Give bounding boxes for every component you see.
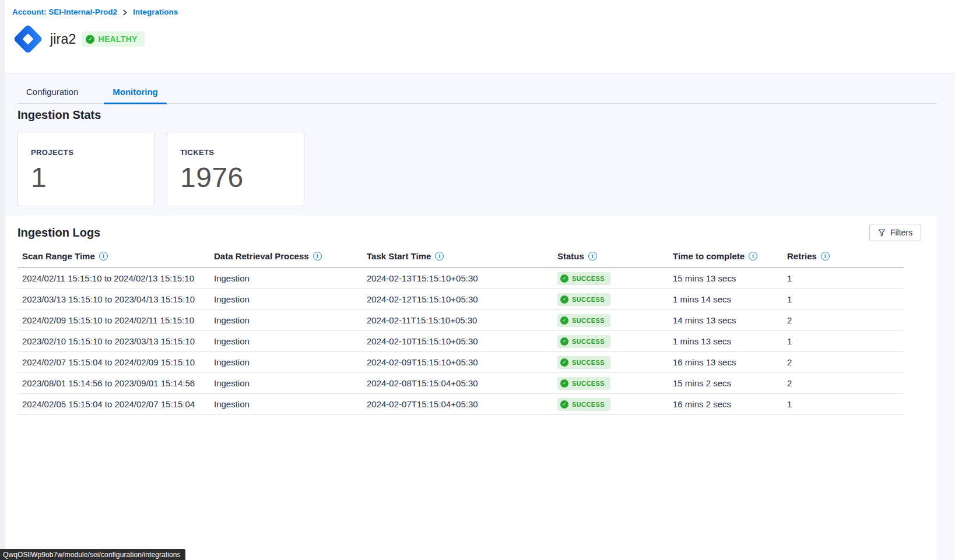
cell-scan-range: 2023/08/01 15:14:56 to 2023/09/01 15:14:… bbox=[22, 378, 214, 388]
column-header-process: Data Retrieval Processi bbox=[214, 251, 367, 261]
breadcrumb-account-link[interactable]: Account: SEI-Internal-Prod2 bbox=[12, 8, 117, 16]
cell-time-to-complete: 16 mins 13 secs bbox=[673, 357, 787, 367]
ingestion-logs-table: Scan Range Timei Data Retrieval Processi… bbox=[17, 245, 904, 415]
cell-retries: 2 bbox=[787, 357, 904, 367]
cell-task-start: 2024-02-07T15:15:04+05:30 bbox=[367, 399, 557, 409]
tab-bar: Configuration Monitoring bbox=[17, 80, 937, 104]
cell-process: Ingestion bbox=[214, 273, 367, 283]
cell-process: Ingestion bbox=[214, 378, 367, 388]
cell-status: ✓ SUCCESS bbox=[557, 334, 673, 348]
cell-retries: 2 bbox=[787, 315, 904, 325]
cell-scan-range: 2024/02/05 15:15:04 to 2024/02/07 15:15:… bbox=[22, 399, 214, 409]
integration-title-row: jira2 ✓ HEALTHY bbox=[12, 23, 145, 55]
cell-task-start: 2024-02-08T15:15:04+05:30 bbox=[367, 378, 557, 388]
link-status-tooltip: QwqOSllWp9ob7w/module/sei/configuration/… bbox=[0, 549, 185, 560]
cell-time-to-complete: 1 mins 14 secs bbox=[673, 294, 787, 304]
info-icon[interactable]: i bbox=[821, 252, 830, 260]
ingestion-stats-title: Ingestion Stats bbox=[17, 108, 101, 122]
tab-configuration[interactable]: Configuration bbox=[17, 80, 87, 103]
info-icon[interactable]: i bbox=[99, 252, 108, 260]
health-badge-label: HEALTHY bbox=[98, 34, 137, 44]
cell-task-start: 2024-02-10T15:15:10+05:30 bbox=[367, 336, 557, 346]
cell-task-start: 2024-02-12T15:15:10+05:30 bbox=[367, 294, 557, 304]
nav-edge bbox=[0, 0, 5, 560]
info-icon[interactable]: i bbox=[313, 252, 322, 260]
page-header: Account: SEI-Internal-Prod2 Integrations bbox=[0, 0, 955, 73]
page-title: jira2 bbox=[50, 31, 76, 47]
ingestion-logs-panel: Ingestion Logs Filters Scan Range Timei … bbox=[6, 216, 937, 560]
stat-card-tickets: TICKETS 1976 bbox=[167, 132, 304, 206]
info-icon[interactable]: i bbox=[588, 252, 597, 260]
cell-time-to-complete: 14 mins 13 secs bbox=[673, 315, 787, 325]
cell-process: Ingestion bbox=[214, 399, 367, 409]
cell-retries: 1 bbox=[787, 273, 904, 283]
filters-button-label: Filters bbox=[890, 228, 912, 237]
cell-retries: 1 bbox=[787, 294, 904, 304]
cell-status: ✓ SUCCESS bbox=[557, 272, 673, 285]
table-row[interactable]: 2023/02/10 15:15:10 to 2023/03/13 15:15:… bbox=[17, 331, 904, 352]
check-circle-icon: ✓ bbox=[560, 295, 568, 304]
column-header-status: Statusi bbox=[557, 251, 673, 261]
cell-status: ✓ SUCCESS bbox=[557, 376, 673, 390]
cell-retries: 2 bbox=[787, 378, 904, 388]
chevron-right-icon bbox=[122, 9, 128, 16]
status-badge: ✓ SUCCESS bbox=[557, 272, 610, 285]
breadcrumb: Account: SEI-Internal-Prod2 Integrations bbox=[12, 8, 178, 16]
cell-status: ✓ SUCCESS bbox=[557, 314, 673, 327]
cell-process: Ingestion bbox=[214, 294, 367, 304]
cell-process: Ingestion bbox=[214, 357, 367, 367]
cell-retries: 1 bbox=[787, 399, 904, 409]
cell-time-to-complete: 16 mins 2 secs bbox=[673, 399, 787, 409]
check-circle-icon: ✓ bbox=[560, 379, 568, 388]
table-header-row: Scan Range Timei Data Retrieval Processi… bbox=[17, 245, 904, 268]
stat-label: TICKETS bbox=[180, 148, 291, 157]
cell-scan-range: 2024/02/07 15:15:04 to 2024/02/09 15:15:… bbox=[22, 357, 214, 367]
table-row[interactable]: 2024/02/09 15:15:10 to 2024/02/11 15:15:… bbox=[17, 310, 904, 331]
cell-retries: 1 bbox=[787, 336, 904, 346]
cell-status: ✓ SUCCESS bbox=[557, 397, 673, 411]
column-header-retries: Retriesi bbox=[787, 251, 904, 261]
status-badge: ✓ SUCCESS bbox=[557, 377, 610, 390]
status-badge: ✓ SUCCESS bbox=[557, 398, 610, 411]
check-circle-icon: ✓ bbox=[560, 274, 568, 283]
ingestion-logs-title: Ingestion Logs bbox=[17, 226, 100, 240]
stat-value: 1976 bbox=[180, 161, 291, 193]
cell-time-to-complete: 15 mins 2 secs bbox=[673, 378, 787, 388]
jira-logo-icon bbox=[12, 23, 44, 55]
check-circle-icon: ✓ bbox=[86, 35, 94, 44]
cell-scan-range: 2023/02/10 15:15:10 to 2023/03/13 15:15:… bbox=[22, 336, 214, 346]
stat-card-projects: PROJECTS 1 bbox=[17, 132, 155, 206]
stat-value: 1 bbox=[31, 161, 142, 193]
status-badge: ✓ SUCCESS bbox=[557, 356, 610, 369]
stat-label: PROJECTS bbox=[31, 148, 142, 157]
status-badge: ✓ SUCCESS bbox=[557, 335, 610, 348]
info-icon[interactable]: i bbox=[435, 252, 444, 260]
cell-status: ✓ SUCCESS bbox=[557, 293, 673, 306]
filter-funnel-icon bbox=[878, 229, 886, 237]
column-header-task-start: Task Start Timei bbox=[367, 251, 557, 261]
check-circle-icon: ✓ bbox=[560, 337, 568, 346]
cell-task-start: 2024-02-11T15:15:10+05:30 bbox=[367, 315, 557, 325]
table-row[interactable]: 2023/03/13 15:15:10 to 2023/04/13 15:15:… bbox=[17, 289, 904, 310]
check-circle-icon: ✓ bbox=[560, 316, 568, 325]
cell-task-start: 2024-02-13T15:15:10+05:30 bbox=[367, 273, 557, 283]
table-row[interactable]: 2024/02/05 15:15:04 to 2024/02/07 15:15:… bbox=[17, 394, 904, 415]
table-row[interactable]: 2023/08/01 15:14:56 to 2023/09/01 15:14:… bbox=[17, 373, 904, 394]
check-circle-icon: ✓ bbox=[560, 358, 568, 367]
column-header-time-to-complete: Time to completei bbox=[673, 251, 787, 261]
filters-button[interactable]: Filters bbox=[869, 224, 921, 241]
table-row[interactable]: 2024/02/11 15:15:10 to 2024/02/13 15:15:… bbox=[17, 268, 904, 289]
cell-scan-range: 2024/02/11 15:15:10 to 2024/02/13 15:15:… bbox=[22, 273, 214, 283]
cell-scan-range: 2023/03/13 15:15:10 to 2023/04/13 15:15:… bbox=[22, 294, 214, 304]
table-row[interactable]: 2024/02/07 15:15:04 to 2024/02/09 15:15:… bbox=[17, 352, 904, 373]
breadcrumb-integrations-link[interactable]: Integrations bbox=[133, 8, 178, 16]
cell-process: Ingestion bbox=[214, 336, 367, 346]
status-badge: ✓ SUCCESS bbox=[557, 314, 610, 327]
ingestion-stats-cards: PROJECTS 1 TICKETS 1976 bbox=[17, 132, 304, 206]
check-circle-icon: ✓ bbox=[560, 400, 568, 408]
cell-status: ✓ SUCCESS bbox=[557, 355, 673, 369]
info-icon[interactable]: i bbox=[749, 252, 757, 260]
tab-monitoring[interactable]: Monitoring bbox=[104, 80, 166, 103]
cell-scan-range: 2024/02/09 15:15:10 to 2024/02/11 15:15:… bbox=[22, 315, 214, 325]
health-status-badge: ✓ HEALTHY bbox=[82, 31, 144, 47]
